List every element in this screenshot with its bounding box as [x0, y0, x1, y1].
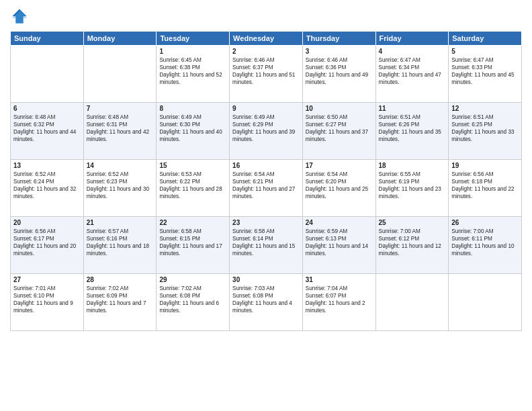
cell-content: Sunrise: 6:51 AM Sunset: 6:25 PM Dayligh… [451, 113, 519, 143]
day-number: 15 [159, 162, 226, 169]
calendar-cell: 3Sunrise: 6:46 AM Sunset: 6:36 PM Daylig… [302, 46, 375, 103]
cell-content: Sunrise: 7:02 AM Sunset: 6:09 PM Dayligh… [87, 285, 154, 314]
calendar-cell: 19Sunrise: 6:56 AM Sunset: 6:18 PM Dayli… [449, 160, 522, 217]
day-number: 16 [232, 162, 300, 169]
cell-content: Sunrise: 7:00 AM Sunset: 6:12 PM Dayligh… [379, 228, 446, 257]
cell-content: Sunrise: 6:56 AM Sunset: 6:18 PM Dayligh… [451, 171, 519, 200]
calendar-header-thursday: Thursday [302, 32, 375, 46]
logo [10, 7, 32, 26]
calendar-cell: 21Sunrise: 6:57 AM Sunset: 6:16 PM Dayli… [83, 217, 157, 274]
cell-content: Sunrise: 6:54 AM Sunset: 6:21 PM Dayligh… [232, 171, 300, 200]
cell-content: Sunrise: 7:02 AM Sunset: 6:08 PM Dayligh… [159, 285, 226, 314]
day-number: 22 [159, 219, 226, 226]
calendar-cell: 28Sunrise: 7:02 AM Sunset: 6:09 PM Dayli… [83, 274, 157, 331]
calendar-header-saturday: Saturday [449, 32, 522, 46]
cell-content: Sunrise: 6:51 AM Sunset: 6:26 PM Dayligh… [379, 113, 446, 143]
cell-content: Sunrise: 6:47 AM Sunset: 6:34 PM Dayligh… [379, 56, 446, 86]
calendar-header-sunday: Sunday [11, 32, 84, 46]
calendar-cell: 22Sunrise: 6:58 AM Sunset: 6:15 PM Dayli… [157, 217, 230, 274]
day-number: 23 [232, 219, 300, 226]
cell-content: Sunrise: 6:46 AM Sunset: 6:36 PM Dayligh… [306, 56, 373, 86]
cell-content: Sunrise: 6:58 AM Sunset: 6:14 PM Dayligh… [232, 228, 300, 257]
day-number: 11 [379, 105, 446, 112]
cell-content: Sunrise: 6:50 AM Sunset: 6:27 PM Dayligh… [306, 113, 373, 143]
calendar-cell: 17Sunrise: 6:54 AM Sunset: 6:20 PM Dayli… [302, 160, 375, 217]
calendar-week-4: 20Sunrise: 6:56 AM Sunset: 6:17 PM Dayli… [11, 217, 522, 274]
calendar-header-wednesday: Wednesday [230, 32, 303, 46]
calendar-cell: 12Sunrise: 6:51 AM Sunset: 6:25 PM Dayli… [449, 103, 522, 160]
calendar-cell: 9Sunrise: 6:49 AM Sunset: 6:29 PM Daylig… [230, 103, 303, 160]
calendar-cell: 29Sunrise: 7:02 AM Sunset: 6:08 PM Dayli… [157, 274, 230, 331]
calendar-cell: 30Sunrise: 7:03 AM Sunset: 6:08 PM Dayli… [230, 274, 303, 331]
calendar-cell: 4Sunrise: 6:47 AM Sunset: 6:34 PM Daylig… [375, 46, 449, 103]
calendar-header-tuesday: Tuesday [157, 32, 230, 46]
day-number: 1 [159, 48, 226, 55]
calendar-cell: 14Sunrise: 6:52 AM Sunset: 6:23 PM Dayli… [83, 160, 157, 217]
cell-content: Sunrise: 7:03 AM Sunset: 6:08 PM Dayligh… [232, 285, 300, 314]
calendar-cell: 11Sunrise: 6:51 AM Sunset: 6:26 PM Dayli… [375, 103, 449, 160]
calendar-cell: 16Sunrise: 6:54 AM Sunset: 6:21 PM Dayli… [230, 160, 303, 217]
day-number: 2 [232, 48, 300, 55]
day-number: 6 [13, 105, 81, 112]
calendar-cell [83, 46, 157, 103]
cell-content: Sunrise: 6:49 AM Sunset: 6:30 PM Dayligh… [159, 113, 226, 143]
calendar-week-5: 27Sunrise: 7:01 AM Sunset: 6:10 PM Dayli… [11, 274, 522, 331]
cell-content: Sunrise: 6:46 AM Sunset: 6:37 PM Dayligh… [232, 56, 300, 86]
cell-content: Sunrise: 6:53 AM Sunset: 6:22 PM Dayligh… [159, 171, 226, 200]
cell-content: Sunrise: 6:57 AM Sunset: 6:16 PM Dayligh… [87, 228, 154, 257]
cell-content: Sunrise: 6:48 AM Sunset: 6:32 PM Dayligh… [13, 113, 81, 143]
logo-icon [10, 7, 29, 26]
calendar-week-2: 6Sunrise: 6:48 AM Sunset: 6:32 PM Daylig… [11, 103, 522, 160]
day-number: 25 [379, 219, 446, 226]
cell-content: Sunrise: 7:04 AM Sunset: 6:07 PM Dayligh… [306, 285, 373, 314]
calendar-cell: 15Sunrise: 6:53 AM Sunset: 6:22 PM Dayli… [157, 160, 230, 217]
cell-content: Sunrise: 6:47 AM Sunset: 6:33 PM Dayligh… [451, 56, 519, 86]
day-number: 14 [87, 162, 154, 169]
cell-content: Sunrise: 6:52 AM Sunset: 6:24 PM Dayligh… [13, 171, 81, 200]
cell-content: Sunrise: 6:49 AM Sunset: 6:29 PM Dayligh… [232, 113, 300, 143]
cell-content: Sunrise: 6:59 AM Sunset: 6:13 PM Dayligh… [306, 228, 373, 257]
day-number: 12 [451, 105, 519, 112]
day-number: 20 [13, 219, 81, 226]
cell-content: Sunrise: 7:01 AM Sunset: 6:10 PM Dayligh… [13, 285, 81, 314]
cell-content: Sunrise: 6:55 AM Sunset: 6:19 PM Dayligh… [379, 171, 446, 200]
calendar-cell: 13Sunrise: 6:52 AM Sunset: 6:24 PM Dayli… [11, 160, 84, 217]
day-number: 31 [306, 276, 373, 283]
day-number: 28 [87, 276, 154, 283]
day-number: 9 [232, 105, 300, 112]
day-number: 13 [13, 162, 81, 169]
cell-content: Sunrise: 6:54 AM Sunset: 6:20 PM Dayligh… [306, 171, 373, 200]
cell-content: Sunrise: 6:45 AM Sunset: 6:38 PM Dayligh… [159, 56, 226, 86]
cell-content: Sunrise: 6:48 AM Sunset: 6:31 PM Dayligh… [87, 113, 154, 143]
calendar-cell: 23Sunrise: 6:58 AM Sunset: 6:14 PM Dayli… [230, 217, 303, 274]
day-number: 29 [159, 276, 226, 283]
day-number: 8 [159, 105, 226, 112]
day-number: 7 [87, 105, 154, 112]
calendar-cell: 25Sunrise: 7:00 AM Sunset: 6:12 PM Dayli… [375, 217, 449, 274]
cell-content: Sunrise: 6:56 AM Sunset: 6:17 PM Dayligh… [13, 228, 81, 257]
day-number: 10 [306, 105, 373, 112]
calendar-week-3: 13Sunrise: 6:52 AM Sunset: 6:24 PM Dayli… [11, 160, 522, 217]
calendar-cell: 1Sunrise: 6:45 AM Sunset: 6:38 PM Daylig… [157, 46, 230, 103]
calendar-cell: 24Sunrise: 6:59 AM Sunset: 6:13 PM Dayli… [302, 217, 375, 274]
day-number: 19 [451, 162, 519, 169]
calendar-header-row: SundayMondayTuesdayWednesdayThursdayFrid… [11, 32, 522, 46]
calendar-week-1: 1Sunrise: 6:45 AM Sunset: 6:38 PM Daylig… [11, 46, 522, 103]
cell-content: Sunrise: 6:58 AM Sunset: 6:15 PM Dayligh… [159, 228, 226, 257]
day-number: 21 [87, 219, 154, 226]
calendar-cell: 5Sunrise: 6:47 AM Sunset: 6:33 PM Daylig… [449, 46, 522, 103]
day-number: 30 [232, 276, 300, 283]
day-number: 26 [451, 219, 519, 226]
calendar-cell: 10Sunrise: 6:50 AM Sunset: 6:27 PM Dayli… [302, 103, 375, 160]
calendar-cell [11, 46, 84, 103]
calendar-header-monday: Monday [83, 32, 157, 46]
day-number: 18 [379, 162, 446, 169]
day-number: 27 [13, 276, 81, 283]
calendar-cell [449, 274, 522, 331]
calendar-cell: 7Sunrise: 6:48 AM Sunset: 6:31 PM Daylig… [83, 103, 157, 160]
day-number: 4 [379, 48, 446, 55]
page: SundayMondayTuesdayWednesdayThursdayFrid… [0, 0, 532, 411]
day-number: 5 [451, 48, 519, 55]
calendar-cell: 26Sunrise: 7:00 AM Sunset: 6:11 PM Dayli… [449, 217, 522, 274]
calendar-cell: 31Sunrise: 7:04 AM Sunset: 6:07 PM Dayli… [302, 274, 375, 331]
